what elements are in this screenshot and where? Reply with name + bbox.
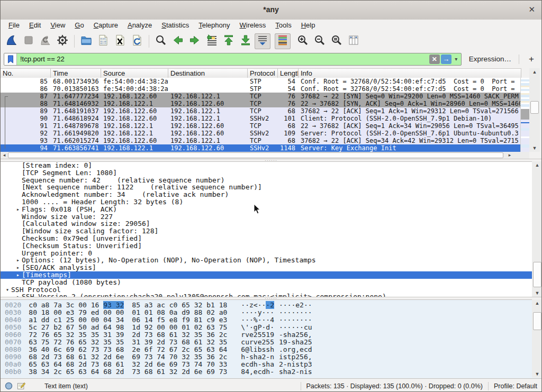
column-header-no[interactable]: No.	[1, 69, 51, 78]
packet-list-vscrollbar[interactable]: ▲ ▼	[529, 68, 540, 152]
find-packet-button[interactable]	[153, 33, 169, 49]
filter-history-dropdown[interactable]: ▾	[453, 54, 460, 64]
menu-telephony[interactable]: Telephony	[194, 20, 234, 31]
expander-collapsed-icon[interactable]: ▸	[14, 206, 22, 213]
detail-line[interactable]: [Calculated window size: 29056]	[1, 220, 542, 227]
hex-ha2[interactable]: 19-sha25	[279, 339, 312, 346]
scrollbar-thumb[interactable]	[8, 152, 503, 158]
detail-line[interactable]: Sequence number: 42 (relative sequence n…	[1, 177, 542, 184]
profile-text[interactable]: Profile: Default	[494, 382, 541, 390]
hex-hx1[interactable]: 65 63 64 68 2d 73 68 61	[29, 361, 124, 368]
capture-options-button[interactable]	[55, 33, 70, 49]
expander-collapsed-icon[interactable]: ▸	[14, 257, 22, 264]
detail-line[interactable]: [Stream index: 0]	[1, 162, 542, 169]
hex-hx1[interactable]: a1 dd c1 25 00 00 04 34	[29, 316, 124, 324]
detail-line[interactable]: ▸[Timestamps]	[1, 271, 542, 279]
hex-hx2[interactable]: 1d 92 00 00 01 02 63 75	[132, 324, 227, 331]
detail-line[interactable]: TCP payload (1080 bytes)	[1, 279, 542, 286]
detail-line[interactable]: ▸Options: (12 bytes), No-Operation (NOP)…	[1, 257, 542, 264]
zoom-in-button[interactable]	[295, 33, 311, 49]
hex-hx2[interactable]: 32 2d 6e 69 73 74 70 33	[132, 361, 227, 368]
packet-row-85[interactable]: 8568.001734936fe:54:00:d4:38:2aSTP54Conf…	[1, 78, 521, 85]
hex-row-0050[interactable]: 00505c 27 b2 67 50 ad 64 981d 92 00 00 0…	[1, 324, 542, 331]
hex-ha1[interactable]: ···%···4	[241, 316, 274, 324]
add-filter-button[interactable]: +	[525, 54, 538, 65]
hex-hx1[interactable]: 36 40 6c 69 62 73 73 68	[29, 346, 124, 353]
packet-row-86[interactable]: 8670.013850163fe:54:00:d4:38:2aSTP54Conf…	[1, 85, 521, 93]
save-file-button[interactable]: 010101100113	[95, 33, 111, 49]
hex-row-0020[interactable]: 0020c0 a8 7a 3c 00 16 93 3285 a3 ac c0 6…	[1, 302, 542, 309]
hex-hx1[interactable]: 80 18 00 e3 79 ed 00 00	[29, 309, 124, 316]
scroll-left-icon[interactable]: ◂	[1, 152, 8, 159]
filter-apply-button[interactable]: →	[441, 54, 451, 64]
hex-row-0040[interactable]: 0040a1 dd c1 25 00 00 04 3406 14 f5 e8 f…	[1, 316, 542, 324]
detail-line[interactable]: 1000 .... = Header Length: 32 bytes (8)	[1, 198, 542, 206]
hex-row-0090[interactable]: 009068 2d 73 68 61 32 2d 6e69 73 74 70 3…	[1, 353, 542, 361]
capture-stop-button[interactable]	[21, 33, 37, 49]
filter-bookmark-button[interactable]	[4, 53, 17, 65]
packet-row-91[interactable]: 9171.648789678192.168.122.1192.168.122.6…	[1, 122, 521, 130]
hex-row-0060[interactable]: 006072 76 65 32 35 35 31 392d 73 68 61 3…	[1, 331, 542, 339]
hex-hx2[interactable]: 69 73 74 70 32 35 36 2c	[132, 353, 227, 361]
scrollbar-thumb[interactable]	[533, 262, 541, 287]
close-window-button[interactable]: ✕	[528, 5, 535, 14]
hex-hx2[interactable]: 2e 6f 72 67 2c 65 63 64	[132, 346, 227, 353]
capture-start-button[interactable]	[4, 33, 20, 49]
hex-row-00a0[interactable]: 00a065 63 64 68 2d 73 68 6132 2d 6e 69 7…	[1, 361, 542, 368]
detail-line[interactable]: [Next sequence number: 1122 (relative se…	[1, 184, 542, 191]
hex-ha2[interactable]: sha2-nis	[279, 368, 312, 376]
colorize-button[interactable]	[275, 33, 291, 49]
hex-hx1[interactable]: 63 75 72 76 65 32 35 35	[29, 339, 124, 346]
packet-row-93[interactable]: 9371.662015274192.168.122.60192.168.122.…	[1, 137, 521, 144]
menu-go[interactable]: Go	[70, 20, 88, 31]
hex-ha2[interactable]: istp256,	[279, 353, 312, 361]
column-header-protocol[interactable]: Protocol	[248, 69, 278, 78]
hex-ha1[interactable]: ····y···	[241, 309, 274, 316]
packet-row-94[interactable]: 9471.663856741192.168.122.1192.168.122.6…	[1, 144, 521, 152]
capture-restart-button[interactable]	[38, 33, 53, 49]
scroll-down-icon[interactable]: ▼	[529, 144, 540, 152]
scroll-up-icon[interactable]: ▲	[532, 299, 542, 307]
intelligent-scrollbar-minimap[interactable]	[520, 78, 530, 152]
menu-view[interactable]: View	[46, 20, 70, 31]
open-file-button[interactable]	[78, 33, 94, 49]
go-to-packet-button[interactable]	[204, 33, 220, 49]
expression-button[interactable]: Expression…	[469, 55, 511, 63]
resize-columns-button[interactable]	[346, 33, 362, 49]
auto-scroll-button[interactable]	[255, 33, 270, 49]
expander-collapsed-icon[interactable]: ▸	[14, 264, 22, 271]
details-vscrollbar[interactable]: ▲ ▼	[532, 161, 542, 297]
filter-expression-text[interactable]: !tcp.port == 22	[17, 55, 429, 63]
filter-clear-button[interactable]: ✕	[429, 54, 440, 64]
hex-ha2[interactable]: 2-nistp3	[279, 361, 312, 368]
hex-ha2[interactable]: ········	[279, 309, 312, 316]
menu-wireless[interactable]: Wireless	[235, 20, 271, 31]
expander-open-icon[interactable]: ▾	[4, 286, 11, 294]
detail-line[interactable]: Urgent pointer: 0	[1, 250, 542, 257]
hex-row-00b0[interactable]: 00b038 34 2c 65 63 64 68 2d73 68 61 32 2…	[1, 368, 542, 376]
hex-hx2[interactable]: 31 39 2d 73 68 61 32 35	[132, 339, 227, 346]
detail-line[interactable]: [Window size scaling factor: 128]	[1, 227, 542, 235]
hex-hx1[interactable]: 38 34 2c 65 63 64 68 2d	[29, 368, 124, 376]
menu-help[interactable]: Help	[296, 20, 320, 31]
hex-ha1[interactable]: 84,ecdh-	[241, 368, 274, 376]
detail-line[interactable]: [Checksum Status: Unverified]	[1, 242, 542, 250]
detail-line[interactable]: ▸[SEQ/ACK analysis]	[1, 264, 542, 271]
go-back-button[interactable]	[170, 33, 186, 49]
column-header-length[interactable]: Length	[278, 69, 299, 78]
go-last-button[interactable]	[238, 33, 254, 49]
hex-hx2[interactable]: 73 68 61 32 2d 6e 69 73	[132, 368, 227, 376]
detail-line[interactable]: Window size value: 227	[1, 213, 542, 221]
hex-hx2[interactable]: 06 14 f5 e8 f9 81 c9 e3	[132, 316, 227, 324]
hex-hx2[interactable]: 2d 73 68 61 32 35 36 2c	[132, 331, 227, 339]
expander-collapsed-icon[interactable]: ▸	[14, 271, 22, 279]
scroll-up-icon[interactable]: ▲	[532, 161, 542, 169]
packet-row-92[interactable]: 9271.661949820192.168.122.1192.168.122.6…	[1, 130, 521, 137]
scroll-right-icon[interactable]: ▸	[506, 152, 513, 159]
hex-hx1[interactable]: c0 a8 7a 3c 00 16 93 32	[29, 302, 124, 309]
hex-ha1[interactable]: curve255	[241, 339, 274, 346]
packet-row-90[interactable]: 9071.648618924192.168.122.60192.168.122.…	[1, 115, 521, 122]
hex-hx1[interactable]: 68 2d 73 68 61 32 2d 6e	[29, 353, 124, 361]
hex-ha1[interactable]: rve25519	[241, 331, 274, 339]
hex-ha1[interactable]: 6@libssh	[241, 346, 274, 353]
